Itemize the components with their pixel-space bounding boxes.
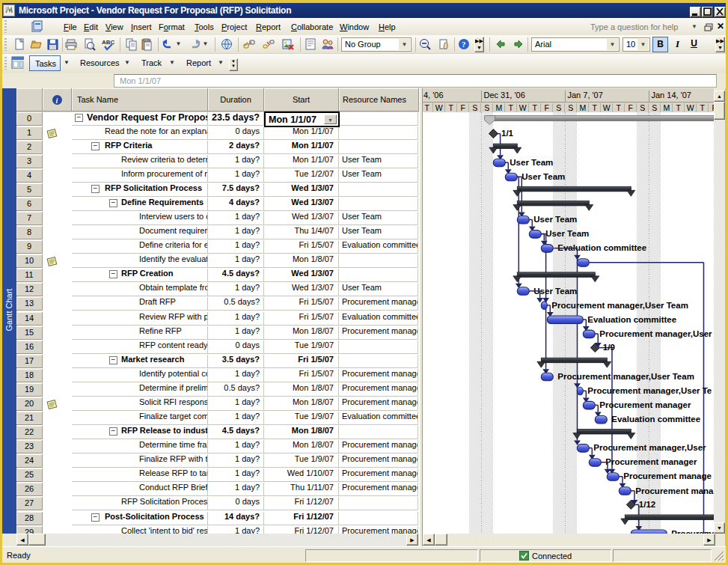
svg-text:1/9: 1/9 xyxy=(603,343,615,352)
svg-text:User Team: User Team xyxy=(533,215,577,224)
svg-text:Procurement mana: Procurement mana xyxy=(635,486,714,495)
svg-text:Procurement manager,User Team: Procurement manager,User Team xyxy=(551,301,688,310)
svg-text:1/1: 1/1 xyxy=(501,129,514,138)
svg-text:Procurement manager,User: Procurement manager,User xyxy=(599,329,712,338)
svg-text:Procurement manager,User Te: Procurement manager,User Te xyxy=(587,386,712,395)
svg-text:Evaluation committee: Evaluation committee xyxy=(611,415,700,424)
svg-text:?: ? xyxy=(462,40,466,49)
svg-text:1/12: 1/12 xyxy=(639,500,655,509)
svg-text:User Team: User Team xyxy=(521,172,565,181)
svg-text:User Team: User Team xyxy=(510,158,553,167)
svg-text:Procurement manager,User: Procurement manager,User xyxy=(593,443,706,452)
svg-text:Procurement manager: Procurement manager xyxy=(599,400,691,409)
svg-text:User Team: User Team xyxy=(545,229,589,238)
svg-text:Procurement manager,User Team: Procurement manager,User Team xyxy=(557,372,694,381)
svg-text:Procurement manage: Procurement manage xyxy=(623,471,712,480)
svg-text:Procurement manager: Procurement manager xyxy=(605,457,697,466)
svg-text:i: i xyxy=(56,97,58,105)
svg-text:Evaluation committee: Evaluation committee xyxy=(587,315,676,324)
